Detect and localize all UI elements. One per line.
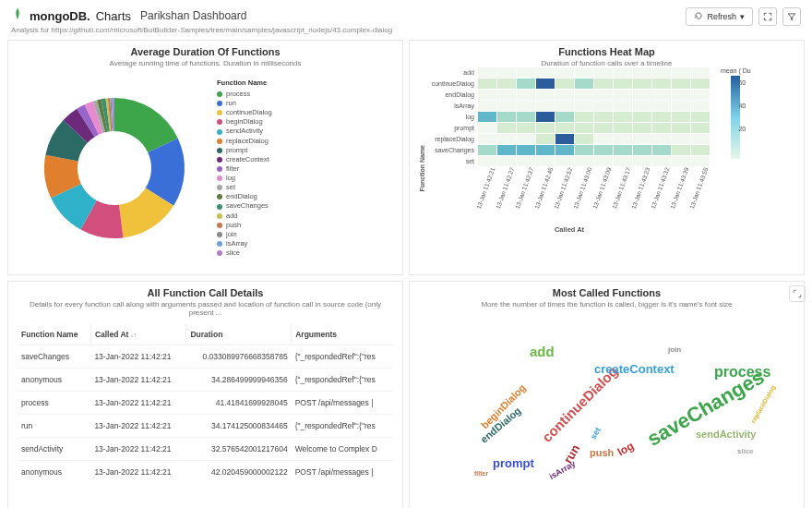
heatmap-cell[interactable] (614, 67, 632, 78)
heatmap-cell[interactable] (672, 134, 690, 144)
table-row[interactable]: anonymous13-Jan-2022 11:42:2134.28649999… (18, 369, 393, 392)
heatmap-grid[interactable]: addcontinueDialogendDialogisArraylogprom… (427, 67, 711, 166)
heatmap-cell[interactable] (691, 79, 710, 89)
heatmap-cell[interactable] (652, 156, 671, 166)
table-row[interactable]: run13-Jan-2022 11:42:2134.17412500083446… (18, 415, 393, 438)
heatmap-cell[interactable] (594, 145, 613, 155)
heatmap-cell[interactable] (652, 67, 671, 78)
heatmap-cell[interactable] (594, 112, 613, 122)
heatmap-cell[interactable] (633, 123, 651, 133)
heatmap-cell[interactable] (652, 90, 671, 100)
heatmap-cell[interactable] (594, 134, 613, 144)
heatmap-cell[interactable] (652, 79, 671, 89)
legend-item[interactable]: isArray (217, 239, 272, 248)
heatmap-cell[interactable] (517, 156, 535, 166)
heatmap-cell[interactable] (478, 134, 496, 144)
table-row[interactable]: saveChanges13-Jan-2022 11:42:210.0330899… (18, 345, 393, 369)
heatmap-cell[interactable] (536, 67, 555, 78)
heatmap-cell[interactable] (633, 90, 651, 100)
heatmap-cell[interactable] (575, 134, 593, 144)
heatmap-cell[interactable] (691, 134, 710, 144)
cloud-word[interactable]: join (668, 345, 681, 354)
legend-item[interactable]: replaceDialog (217, 137, 272, 146)
heatmap-cell[interactable] (478, 156, 496, 166)
heatmap-cell[interactable] (555, 67, 574, 78)
heatmap-cell[interactable] (478, 79, 496, 89)
cloud-word[interactable]: prompt (493, 456, 534, 470)
table-header[interactable]: Function Name (18, 324, 90, 345)
filter-button[interactable] (782, 7, 801, 26)
legend-item[interactable]: push (217, 221, 272, 230)
heatmap-cell[interactable] (555, 90, 574, 100)
legend-item[interactable]: endDialog (217, 192, 272, 201)
heatmap-cell[interactable] (575, 145, 593, 155)
heatmap-cell[interactable] (575, 101, 593, 111)
heatmap-cell[interactable] (575, 90, 593, 100)
heatmap-cell[interactable] (594, 101, 613, 111)
heatmap-cell[interactable] (575, 79, 593, 89)
refresh-button[interactable]: Refresh ▾ (686, 7, 753, 26)
heatmap-cell[interactable] (672, 156, 690, 166)
heatmap-cell[interactable] (478, 101, 496, 111)
heatmap-cell[interactable] (594, 156, 613, 166)
heatmap-cell[interactable] (575, 112, 593, 122)
legend-item[interactable]: beginDialog (217, 117, 272, 127)
heatmap-cell[interactable] (652, 123, 671, 133)
legend-item[interactable]: process (217, 90, 272, 99)
heatmap-cell[interactable] (614, 101, 632, 111)
heatmap-cell[interactable] (633, 101, 651, 111)
heatmap-cell[interactable] (497, 123, 516, 133)
heatmap-cell[interactable] (614, 134, 632, 144)
cloud-word[interactable]: filter (474, 470, 488, 477)
heatmap-cell[interactable] (575, 123, 593, 133)
cloud-word[interactable]: process (714, 364, 770, 381)
heatmap-cell[interactable] (536, 79, 555, 89)
heatmap-cell[interactable] (575, 156, 593, 166)
expand-button[interactable] (758, 7, 777, 26)
table-row[interactable]: sendActivity13-Jan-2022 11:42:2132.57654… (18, 438, 393, 461)
heatmap-cell[interactable] (652, 101, 671, 111)
heatmap-cell[interactable] (555, 112, 574, 122)
heatmap-cell[interactable] (614, 79, 632, 89)
table-header[interactable]: Duration (186, 324, 292, 345)
heatmap-cell[interactable] (614, 156, 632, 166)
heatmap-cell[interactable] (672, 112, 690, 122)
heatmap-cell[interactable] (672, 123, 690, 133)
legend-item[interactable]: slice (217, 248, 272, 258)
heatmap-cell[interactable] (691, 112, 710, 122)
legend-item[interactable]: sendActivity (217, 127, 272, 136)
cloud-word[interactable]: createContext (594, 362, 675, 376)
word-cloud[interactable]: saveChangescontinueDialogprocesscreateCo… (419, 308, 794, 508)
cloud-word[interactable]: sendActivity (696, 429, 756, 440)
cloud-word[interactable]: push (590, 447, 614, 458)
heatmap-cell[interactable] (691, 90, 710, 100)
cloud-word[interactable]: set (589, 426, 603, 441)
heatmap-cell[interactable] (691, 156, 710, 166)
heatmap-cell[interactable] (536, 145, 555, 155)
heatmap-cell[interactable] (517, 79, 535, 89)
heatmap-cell[interactable] (536, 101, 555, 111)
heatmap-cell[interactable] (497, 90, 516, 100)
heatmap-cell[interactable] (672, 145, 690, 155)
heatmap-cell[interactable] (517, 145, 535, 155)
heatmap-cell[interactable] (575, 67, 593, 78)
heatmap-cell[interactable] (478, 123, 496, 133)
heatmap-cell[interactable] (594, 67, 613, 78)
heatmap-cell[interactable] (672, 79, 690, 89)
table-header[interactable]: Arguments (292, 324, 393, 345)
heatmap-cell[interactable] (633, 67, 651, 78)
heatmap-cell[interactable] (497, 79, 516, 89)
heatmap-cell[interactable] (555, 156, 574, 166)
heatmap-cell[interactable] (652, 112, 671, 122)
heatmap-cell[interactable] (517, 67, 535, 78)
heatmap-cell[interactable] (478, 90, 496, 100)
heatmap-cell[interactable] (478, 145, 496, 155)
heatmap-cell[interactable] (478, 112, 496, 122)
cloud-word[interactable]: log (615, 439, 637, 458)
heatmap-cell[interactable] (478, 67, 496, 78)
table-row[interactable]: anonymous13-Jan-2022 11:42:2142.02045900… (18, 461, 393, 484)
heatmap-cell[interactable] (614, 123, 632, 133)
heatmap-cell[interactable] (497, 112, 516, 122)
table-header[interactable]: Called At ↓↑ (90, 324, 186, 345)
heatmap-cell[interactable] (594, 79, 613, 89)
